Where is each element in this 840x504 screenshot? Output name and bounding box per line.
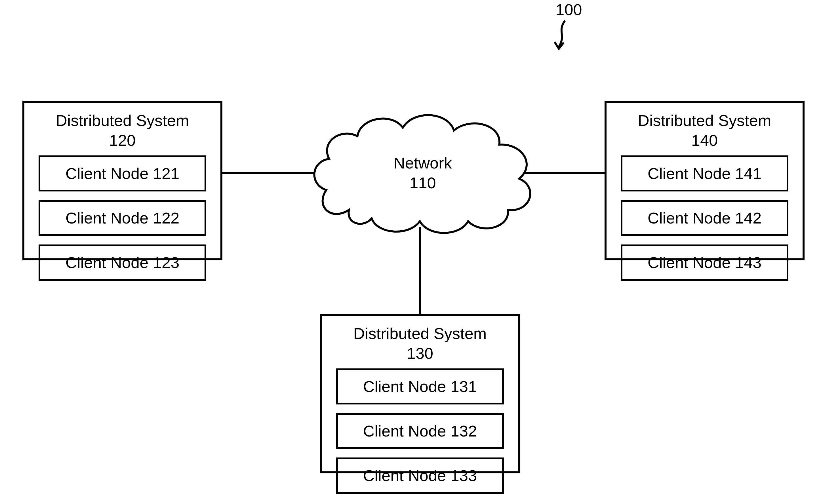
distributed-system-140: Distributed System 140 Client Node 141 C…: [605, 101, 805, 260]
client-node: Client Node 133: [336, 457, 504, 493]
node-list: Client Node 121 Client Node 122 Client N…: [24, 156, 220, 295]
client-node: Client Node 131: [336, 368, 504, 404]
distributed-system-130: Distributed System 130 Client Node 131 C…: [320, 314, 520, 473]
system-ref: 140: [691, 131, 718, 149]
diagram-canvas: 100 Network 110 Distributed System 120 C…: [0, 0, 840, 504]
system-title: Distributed System: [638, 111, 771, 129]
network-title: Network: [306, 153, 539, 173]
distributed-system-120: Distributed System 120 Client Node 121 C…: [22, 101, 222, 260]
system-title-block: Distributed System 140: [607, 111, 803, 150]
network-cloud: Network 110: [306, 105, 539, 238]
system-ref: 130: [407, 344, 433, 362]
node-list: Client Node 141 Client Node 142 Client N…: [607, 156, 803, 295]
figure-reference-label: 100: [552, 0, 586, 19]
system-title: Distributed System: [56, 111, 189, 129]
node-list: Client Node 131 Client Node 132 Client N…: [322, 368, 518, 504]
system-title-block: Distributed System 120: [24, 111, 220, 150]
network-ref: 110: [306, 173, 539, 193]
system-ref: 120: [109, 131, 136, 149]
connector-bottom: [419, 227, 421, 318]
client-node: Client Node 123: [39, 245, 206, 281]
client-node: Client Node 143: [621, 245, 788, 281]
client-node: Client Node 142: [621, 200, 788, 236]
client-node: Client Node 132: [336, 413, 504, 449]
client-node: Client Node 121: [39, 156, 206, 192]
system-title: Distributed System: [354, 324, 487, 342]
system-title-block: Distributed System 130: [322, 324, 518, 363]
client-node: Client Node 122: [39, 200, 206, 236]
reference-arrow-icon: [545, 20, 573, 57]
network-label-block: Network 110: [306, 153, 539, 193]
client-node: Client Node 141: [621, 156, 788, 192]
